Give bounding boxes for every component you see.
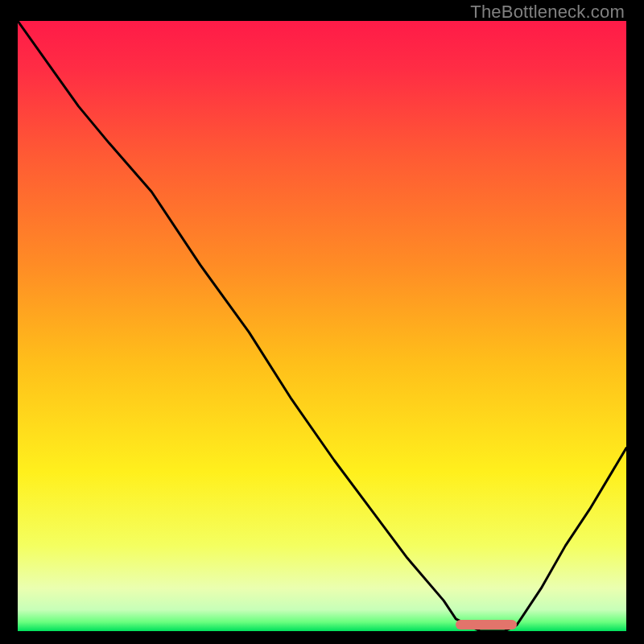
chart-canvas: TheBottleneck.com [0, 0, 644, 644]
optimum-range-marker [456, 620, 517, 630]
svg-rect-0 [18, 21, 626, 631]
plot-area [18, 21, 626, 631]
gradient-background [18, 21, 626, 631]
watermark-label: TheBottleneck.com [470, 2, 625, 23]
